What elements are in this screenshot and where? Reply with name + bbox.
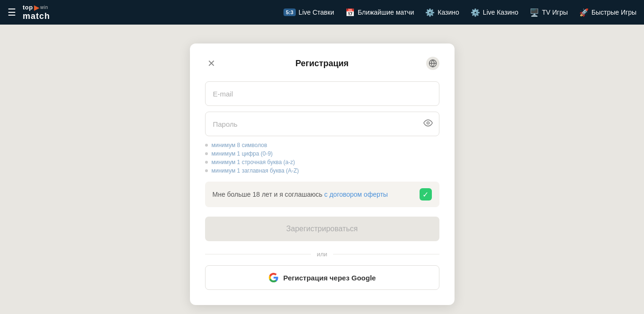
hint-dot <box>205 152 208 155</box>
rocket-icon: 🚀 <box>579 8 589 17</box>
logo-arrow: ▶ <box>34 4 40 11</box>
hint-text-3: минимум 1 строчная буква (a-z) <box>212 159 295 166</box>
nav-fast-games[interactable]: 🚀 Быстрые Игры <box>579 8 636 17</box>
nav-live-bets-label: Live Ставки <box>299 9 334 16</box>
agreement-checkbox[interactable]: ✓ <box>420 188 432 201</box>
modal-header: ✕ Регистрация <box>205 57 439 70</box>
divider-line-right <box>333 254 439 254</box>
hint-item: минимум 1 строчная буква (a-z) <box>205 159 439 166</box>
logo-top-text: top <box>23 4 33 11</box>
main-content: ✕ Регистрация <box>0 25 644 314</box>
hamburger-icon[interactable]: ☰ <box>8 7 16 18</box>
calendar-icon: 📅 <box>345 8 355 17</box>
google-icon <box>268 272 279 283</box>
logo-bottom-text: match <box>23 11 50 21</box>
agreement-link[interactable]: с договором оферты <box>324 191 388 198</box>
google-btn-label: Регистрация через Google <box>283 274 376 282</box>
logo: top▶win match <box>23 4 50 21</box>
live-bets-badge: 5:3 <box>283 9 296 16</box>
nav-upcoming-label: Ближайшие матчи <box>358 9 414 16</box>
agreement-text: Мне больше 18 лет и я соглашаюсь <box>213 191 325 198</box>
hint-item: минимум 8 символов <box>205 142 439 148</box>
header: ☰ top▶win match 5:3 Live Ставки 📅 Ближай… <box>0 0 644 25</box>
google-register-button[interactable]: Регистрация через Google <box>205 265 439 290</box>
header-left: ☰ top▶win match <box>8 4 50 21</box>
svg-point-1 <box>427 122 429 124</box>
nav-live-casino-label: Live Казино <box>483 9 518 16</box>
email-field[interactable] <box>205 81 439 106</box>
nav-tv-games[interactable]: 🖥️ TV Игры <box>530 8 568 17</box>
hint-text-4: минимум 1 заглавная буква (A-Z) <box>212 167 299 174</box>
hint-dot <box>205 144 208 147</box>
divider: или <box>205 251 439 258</box>
hint-text-2: минимум 1 цифра (0-9) <box>212 150 273 157</box>
hint-item: минимум 1 заглавная буква (A-Z) <box>205 167 439 174</box>
live-casino-icon: ⚙️ <box>471 8 480 17</box>
logo-win-text: win <box>40 5 48 10</box>
password-field[interactable] <box>205 112 439 136</box>
registration-modal: ✕ Регистрация <box>190 44 455 305</box>
tv-icon: 🖥️ <box>530 8 539 17</box>
hint-item: минимум 1 цифра (0-9) <box>205 150 439 157</box>
password-hints: минимум 8 символов минимум 1 цифра (0-9)… <box>205 142 439 174</box>
agreement-row: Мне больше 18 лет и я соглашаюсь с догов… <box>205 182 439 207</box>
register-button[interactable]: Зарегистрироваться <box>205 217 439 241</box>
nav-live-bets[interactable]: 5:3 Live Ставки <box>283 9 334 16</box>
nav-live-casino[interactable]: ⚙️ Live Казино <box>471 8 518 17</box>
password-group <box>205 112 439 136</box>
nav-upcoming[interactable]: 📅 Ближайшие матчи <box>345 8 414 17</box>
nav-casino[interactable]: ⚙️ Казино <box>425 8 459 17</box>
hint-dot <box>205 169 208 172</box>
logo-line1: top▶win <box>23 4 50 11</box>
hint-text-1: минимум 8 символов <box>212 142 267 148</box>
lang-icon[interactable] <box>426 57 439 70</box>
password-wrapper <box>205 112 439 136</box>
close-icon[interactable]: ✕ <box>205 58 218 69</box>
nav-tv-games-label: TV Игры <box>542 9 568 16</box>
casino-icon: ⚙️ <box>425 8 435 17</box>
divider-line-left <box>205 254 311 254</box>
hint-dot <box>205 161 208 164</box>
nav-casino-label: Казино <box>438 9 459 16</box>
agreement-label: Мне больше 18 лет и я соглашаюсь с догов… <box>213 191 420 198</box>
main-nav: 5:3 Live Ставки 📅 Ближайшие матчи ⚙️ Каз… <box>283 8 636 17</box>
eye-icon[interactable] <box>423 118 433 130</box>
email-group <box>205 81 439 106</box>
modal-title: Регистрация <box>218 59 426 69</box>
divider-text: или <box>317 251 327 258</box>
nav-fast-games-label: Быстрые Игры <box>592 9 636 16</box>
